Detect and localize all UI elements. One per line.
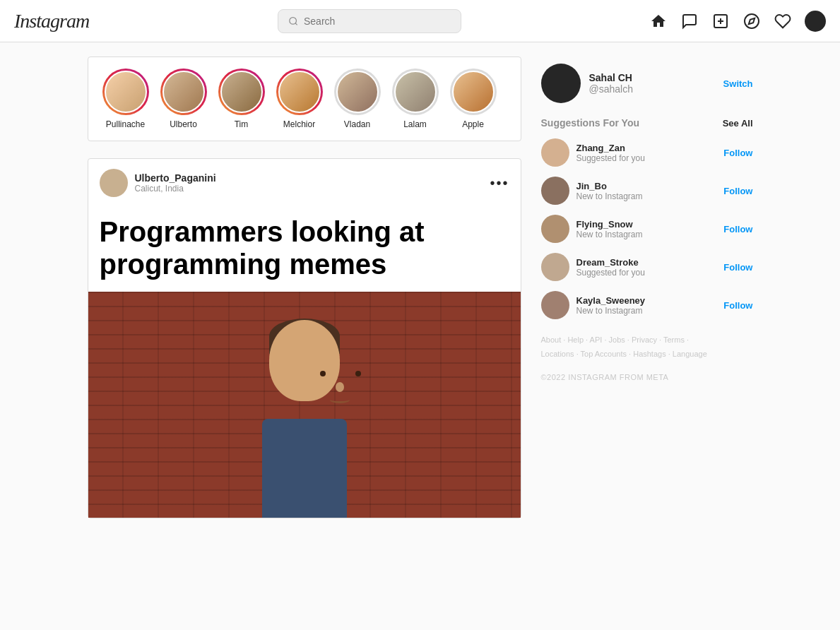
sidebar-handle: @sahalch <box>589 83 633 95</box>
footer-link-terms[interactable]: Terms <box>663 335 685 344</box>
story-name: Vladan <box>344 119 370 129</box>
char-eye-right <box>355 371 361 376</box>
suggestion-avatar[interactable] <box>541 177 569 205</box>
post-user-info: Ulberto_Paganini Calicut, India <box>100 169 216 197</box>
story-ring <box>218 69 265 115</box>
search-input[interactable] <box>304 16 451 27</box>
story-avatar <box>105 71 147 113</box>
char-mouth <box>330 396 350 403</box>
suggestion-avatar[interactable] <box>541 138 569 167</box>
suggestion-username[interactable]: Jin_Bo <box>576 181 717 191</box>
header: Instagram <box>0 0 840 42</box>
story-name: Melchior <box>283 119 315 129</box>
suggestion-username[interactable]: Zhang_Zan <box>576 143 717 153</box>
story-ring-inactive <box>450 69 497 115</box>
post-text: Programmers looking at programming memes <box>88 207 521 292</box>
sidebar-user: Sahal CH @sahalch Switch <box>541 64 753 103</box>
follow-button[interactable]: Follow <box>723 262 752 273</box>
instagram-logo: Instagram <box>14 10 89 32</box>
avatar-face <box>541 253 569 281</box>
avatar-face <box>541 177 569 205</box>
svg-marker-6 <box>749 18 755 23</box>
suggestion-username[interactable]: Dream_Stroke <box>576 257 717 268</box>
suggestion-item: Jin_Bo New to Instagram Follow <box>541 177 753 205</box>
story-item[interactable]: Pullinache <box>102 69 149 129</box>
svg-line-1 <box>295 23 297 25</box>
footer-link-jobs[interactable]: Jobs <box>609 335 625 344</box>
suggestions-header: Suggestions For You See All <box>541 117 753 129</box>
sidebar: Sahal CH @sahalch Switch Suggestions For… <box>541 57 753 518</box>
story-name: Ulberto <box>170 119 197 129</box>
user-avatar[interactable] <box>805 11 826 32</box>
avatar-face <box>541 138 569 167</box>
story-avatar <box>336 71 379 113</box>
svg-point-0 <box>289 17 296 24</box>
suggestion-avatar[interactable] <box>541 291 569 319</box>
messenger-icon[interactable] <box>680 12 699 30</box>
story-item[interactable]: Apple <box>450 69 497 129</box>
suggestion-username[interactable]: Flying_Snow <box>576 219 717 230</box>
story-ring <box>102 69 149 115</box>
search-icon <box>288 16 298 27</box>
suggestion-sub: Suggested for you <box>576 153 717 163</box>
story-item[interactable]: Ulberto <box>160 69 207 129</box>
post-username[interactable]: Ulberto_Paganini <box>135 172 216 184</box>
suggestion-username[interactable]: Kayla_Sweeney <box>576 295 717 306</box>
suggestion-info: Dream_Stroke Suggested for you <box>576 257 717 278</box>
story-name: Lalam <box>403 119 427 129</box>
heart-icon[interactable] <box>774 12 792 30</box>
story-item[interactable]: Tim <box>218 69 265 129</box>
footer-link-hashtags[interactable]: Hashtags <box>633 350 666 358</box>
story-ring-inactive <box>334 69 381 115</box>
post-user-text: Ulberto_Paganini Calicut, India <box>135 172 216 194</box>
follow-button[interactable]: Follow <box>723 224 752 234</box>
sidebar-username[interactable]: Sahal CH <box>589 72 633 83</box>
suggestion-info: Jin_Bo New to Instagram <box>576 181 717 201</box>
home-icon[interactable] <box>649 12 668 30</box>
add-post-icon[interactable] <box>711 12 730 30</box>
character-figure <box>234 306 375 518</box>
footer-link-privacy[interactable]: Privacy <box>632 335 657 344</box>
char-nose <box>336 382 344 392</box>
footer-link-api[interactable]: API <box>590 335 603 344</box>
avatar-face <box>541 215 569 243</box>
suggestion-item: Flying_Snow New to Instagram Follow <box>541 215 753 243</box>
suggestion-avatar[interactable] <box>541 253 569 281</box>
suggestion-info: Zhang_Zan Suggested for you <box>576 143 717 163</box>
story-name: Pullinache <box>106 119 145 129</box>
post-image <box>88 292 521 518</box>
follow-button[interactable]: Follow <box>723 148 752 158</box>
story-name: Apple <box>462 119 484 129</box>
footer-link-top-accounts[interactable]: Top Accounts <box>581 350 627 358</box>
story-avatar <box>220 71 263 113</box>
footer-link-help[interactable]: Help <box>567 335 584 344</box>
char-head <box>269 320 340 401</box>
suggestion-info: Kayla_Sweeney New to Instagram <box>576 295 717 316</box>
suggestion-sub: New to Instagram <box>576 191 717 201</box>
explore-icon[interactable] <box>743 12 761 30</box>
see-all-button[interactable]: See All <box>723 118 753 129</box>
follow-button[interactable]: Follow <box>723 186 752 196</box>
story-item[interactable]: Melchior <box>276 69 323 129</box>
switch-account-button[interactable]: Switch <box>723 78 753 89</box>
follow-button[interactable]: Follow <box>723 300 752 311</box>
sidebar-user-avatar[interactable] <box>541 64 581 103</box>
search-bar[interactable] <box>278 9 461 33</box>
avatar-face <box>541 291 569 319</box>
suggestion-item: Dream_Stroke Suggested for you Follow <box>541 253 753 281</box>
post-menu-button[interactable]: ••• <box>490 175 509 191</box>
footer-link-language[interactable]: Language <box>673 350 707 358</box>
suggestions-title: Suggestions For You <box>541 117 640 129</box>
story-item[interactable]: Lalam <box>392 69 439 129</box>
post-header: Ulberto_Paganini Calicut, India ••• <box>88 159 521 207</box>
story-ring <box>276 69 323 115</box>
post-avatar[interactable] <box>100 169 128 197</box>
suggestion-avatar[interactable] <box>541 215 569 243</box>
footer-link-locations[interactable]: Locations <box>541 350 574 358</box>
footer-link-about[interactable]: About <box>541 335 562 344</box>
post-location: Calicut, India <box>135 184 216 194</box>
footer-copyright: ©2022 INSTAGRAM FROM META <box>541 373 753 381</box>
story-avatar <box>278 71 321 113</box>
story-item[interactable]: Vladan <box>334 69 381 129</box>
char-body <box>262 419 347 518</box>
